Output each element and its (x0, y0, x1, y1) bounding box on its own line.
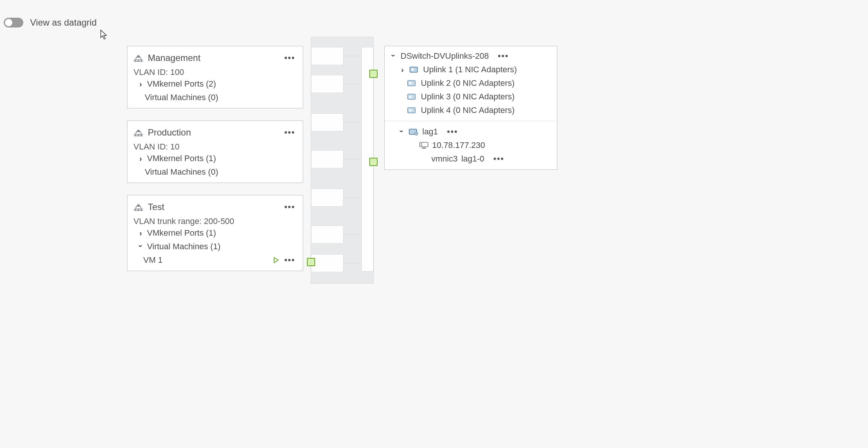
lag-nic-lane: lag1-0 (461, 154, 484, 164)
uplinks-title: DSwitch-DVUplinks-208 (401, 51, 489, 61)
uplinks-card: › DSwitch-DVUplinks-208 ••• › Uplink 1 (… (384, 46, 557, 170)
vm-row[interactable]: VM 1 ••• (134, 253, 297, 267)
portgroup-vm-row[interactable]: Virtual Machines (0) (134, 91, 297, 104)
topology-spine (311, 37, 374, 284)
uplink-label: Uplink 4 (0 NIC Adapters) (421, 105, 514, 115)
portgroup-card-test: Test ••• VLAN trunk range: 200-500 › VMk… (127, 195, 303, 271)
vm-label: VM 1 (143, 255, 162, 265)
lag-icon (409, 128, 419, 136)
chevron-down-icon[interactable]: › (137, 242, 145, 249)
network-icon (134, 128, 143, 137)
portgroup-header: Test ••• (134, 199, 297, 215)
portgroup-actions[interactable]: ••• (283, 201, 297, 212)
nic-icon (407, 93, 417, 101)
nic-icon (407, 79, 417, 87)
chevron-right-icon[interactable]: › (137, 80, 144, 88)
chevron-right-icon[interactable]: › (137, 154, 144, 163)
portgroup-title: Production (148, 127, 191, 138)
portgroup-card-production: Production ••• VLAN ID: 10 › VMkernel Po… (127, 120, 303, 183)
uplink-row[interactable]: Uplink 2 (0 NIC Adapters) (390, 76, 552, 90)
spine-row-1 (311, 47, 343, 65)
separator (385, 121, 557, 121)
portgroup-header: Management ••• (134, 50, 297, 66)
uplink-row[interactable]: Uplink 4 (0 NIC Adapters) (390, 104, 552, 117)
portgroup-actions[interactable]: ••• (283, 127, 297, 138)
uplink-label: Uplink 2 (0 NIC Adapters) (421, 78, 514, 88)
uplink-label: Uplink 3 (0 NIC Adapters) (421, 92, 514, 102)
svg-rect-10 (409, 109, 411, 111)
topology-canvas: Management ••• VLAN ID: 100 › VMkernel P… (0, 0, 868, 448)
chevron-down-icon[interactable]: › (398, 128, 406, 134)
portgroup-title: Test (148, 202, 164, 212)
uplink-label: Uplink 1 (1 NIC Adapters) (423, 65, 517, 75)
portgroup-header: Production ••• (134, 125, 297, 140)
portgroup-vmk-row[interactable]: › VMkernel Ports (2) (134, 77, 297, 91)
uplink-row[interactable]: › Uplink 1 (1 NIC Adapters) (390, 63, 552, 76)
portgroup-vmk-row[interactable]: › VMkernel Ports (1) (134, 226, 297, 240)
portgroup-vm-label: Virtual Machines (0) (145, 167, 218, 177)
uplinks-header: › DSwitch-DVUplinks-208 ••• (390, 49, 552, 63)
spine-row-3 (311, 189, 343, 207)
chevron-right-icon[interactable]: › (399, 66, 406, 74)
play-icon (272, 256, 280, 264)
portgroup-vmk-label: VMkernel Ports (2) (147, 79, 216, 89)
spine-row-3c (311, 254, 343, 272)
lag-host-row[interactable]: 10.78.177.230 (390, 139, 552, 152)
portgroup-vm-label: Virtual Machines (1) (147, 242, 220, 251)
portgroup-vmk-row[interactable]: › VMkernel Ports (1) (134, 152, 297, 165)
chevron-right-icon[interactable]: › (137, 229, 144, 238)
uplink-row[interactable]: Uplink 3 (0 NIC Adapters) (390, 90, 552, 104)
status-square-3 (307, 258, 315, 266)
portgroup-subline: VLAN ID: 100 (134, 67, 297, 77)
svg-rect-4 (411, 69, 414, 71)
network-icon (134, 54, 143, 62)
portgroup-subline: VLAN trunk range: 200-500 (134, 216, 297, 226)
topology-root: View as datagrid (0, 0, 868, 448)
portgroup-subline: VLAN ID: 10 (134, 142, 297, 152)
svg-rect-8 (409, 96, 411, 98)
lag-nic-actions[interactable]: ••• (492, 153, 506, 165)
vm-actions[interactable]: ••• (283, 254, 297, 266)
spine-row-1b (311, 75, 343, 93)
lag-actions[interactable]: ••• (446, 126, 460, 137)
portgroup-vm-row[interactable]: › Virtual Machines (1) (134, 240, 297, 253)
spine-row-2 (311, 113, 343, 131)
nic-icon (410, 66, 419, 73)
nic-icon (407, 107, 417, 114)
lag-name: lag1 (422, 127, 438, 137)
status-square-1 (369, 70, 378, 78)
host-icon (419, 142, 428, 149)
status-square-2 (369, 158, 378, 166)
portgroup-vm-row[interactable]: Virtual Machines (0) (134, 165, 297, 179)
lag-nic-physnic: vmnic3 (431, 154, 458, 164)
portgroup-actions[interactable]: ••• (283, 52, 297, 63)
spine-row-3b (311, 226, 343, 244)
uplinks-actions[interactable]: ••• (496, 50, 510, 62)
network-icon (134, 203, 143, 211)
portgroup-vmk-label: VMkernel Ports (1) (147, 154, 216, 163)
spine-row-2b (311, 150, 343, 168)
svg-rect-14 (421, 143, 422, 144)
svg-rect-6 (409, 82, 411, 84)
svg-rect-15 (421, 145, 422, 146)
lag-row[interactable]: › lag1 ••• (390, 125, 552, 139)
portgroup-vm-label: Virtual Machines (0) (145, 93, 218, 102)
portgroup-vmk-label: VMkernel Ports (1) (147, 228, 216, 238)
lag-nic-row[interactable]: vmnic3 lag1-0 ••• (390, 152, 552, 166)
portgroup-card-management: Management ••• VLAN ID: 100 › VMkernel P… (127, 46, 303, 108)
chevron-down-icon[interactable]: › (389, 52, 398, 59)
portgroup-title: Management (148, 53, 200, 63)
lag-host-ip: 10.78.177.230 (432, 140, 485, 150)
svg-rect-13 (420, 142, 428, 147)
